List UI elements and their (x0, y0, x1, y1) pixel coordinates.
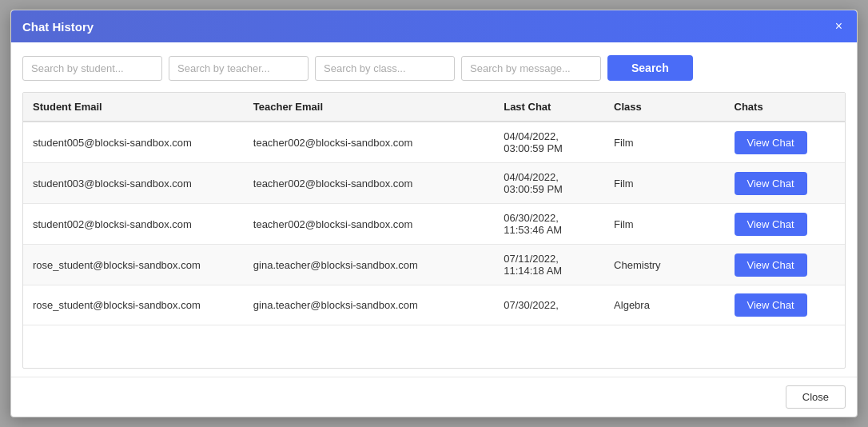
table-body: student005@blocksi-sandbox.comteacher002… (23, 122, 845, 325)
chat-history-table-container[interactable]: Student Email Teacher Email Last Chat Cl… (22, 92, 846, 369)
view-chat-button[interactable]: View Chat (735, 293, 807, 317)
cell-teacher-email: teacher002@blocksi-sandbox.com (244, 122, 494, 163)
search-teacher-input[interactable] (169, 56, 309, 81)
table-header-row: Student Email Teacher Email Last Chat Cl… (23, 93, 845, 122)
cell-student-email: student003@blocksi-sandbox.com (23, 163, 244, 204)
col-header-class: Class (604, 93, 724, 122)
cell-class: Film (604, 122, 724, 163)
modal-header: Chat History × (11, 10, 857, 42)
cell-last-chat: 04/04/2022, 03:00:59 PM (494, 122, 604, 163)
cell-class: Chemistry (604, 245, 724, 285)
chat-history-modal: Chat History × Search Student Email (10, 10, 858, 417)
col-header-chats: Chats (725, 93, 845, 122)
view-chat-button[interactable]: View Chat (735, 213, 807, 236)
cell-class: Film (604, 204, 724, 245)
cell-last-chat: 06/30/2022, 11:53:46 AM (494, 204, 604, 245)
col-header-teacher: Teacher Email (244, 93, 494, 122)
search-student-input[interactable] (22, 56, 162, 81)
cell-last-chat: 07/11/2022, 11:14:18 AM (494, 245, 604, 285)
modal-body: Search Student Email Teacher Email Last … (11, 42, 857, 377)
table-row: student003@blocksi-sandbox.comteacher002… (23, 163, 845, 204)
table-row: student002@blocksi-sandbox.comteacher002… (23, 204, 845, 245)
search-bar: Search (22, 55, 846, 81)
cell-class: Algebra (604, 285, 724, 325)
modal-close-button[interactable]: × (832, 20, 846, 33)
footer-close-button[interactable]: Close (786, 385, 846, 409)
search-button[interactable]: Search (607, 55, 693, 81)
cell-student-email: student002@blocksi-sandbox.com (23, 204, 244, 245)
cell-chats: View Chat (725, 204, 845, 245)
col-header-student: Student Email (23, 93, 244, 122)
cell-teacher-email: teacher002@blocksi-sandbox.com (244, 163, 494, 204)
table-row: rose_student@blocksi-sandbox.comgina.tea… (23, 285, 845, 325)
cell-last-chat: 07/30/2022, (494, 285, 604, 325)
cell-teacher-email: gina.teacher@blocksi-sandbox.com (244, 285, 494, 325)
cell-chats: View Chat (725, 285, 845, 325)
modal-overlay: Chat History × Search Student Email (0, 0, 868, 427)
table-row: student005@blocksi-sandbox.comteacher002… (23, 122, 845, 163)
cell-student-email: rose_student@blocksi-sandbox.com (23, 285, 244, 325)
cell-class: Film (604, 163, 724, 204)
cell-chats: View Chat (725, 122, 845, 163)
cell-teacher-email: gina.teacher@blocksi-sandbox.com (244, 245, 494, 285)
view-chat-button[interactable]: View Chat (735, 131, 807, 154)
cell-chats: View Chat (725, 245, 845, 285)
search-message-input[interactable] (461, 56, 601, 81)
cell-student-email: student005@blocksi-sandbox.com (23, 122, 244, 163)
cell-last-chat: 04/04/2022, 03:00:59 PM (494, 163, 604, 204)
view-chat-button[interactable]: View Chat (735, 253, 807, 277)
cell-chats: View Chat (725, 163, 845, 204)
chat-history-table: Student Email Teacher Email Last Chat Cl… (23, 93, 845, 325)
modal-title: Chat History (22, 20, 94, 34)
col-header-lastchat: Last Chat (494, 93, 604, 122)
cell-teacher-email: teacher002@blocksi-sandbox.com (244, 204, 494, 245)
search-class-input[interactable] (315, 56, 455, 81)
table-row: rose_student@blocksi-sandbox.comgina.tea… (23, 245, 845, 285)
modal-footer: Close (11, 377, 857, 417)
view-chat-button[interactable]: View Chat (735, 172, 807, 195)
cell-student-email: rose_student@blocksi-sandbox.com (23, 245, 244, 285)
